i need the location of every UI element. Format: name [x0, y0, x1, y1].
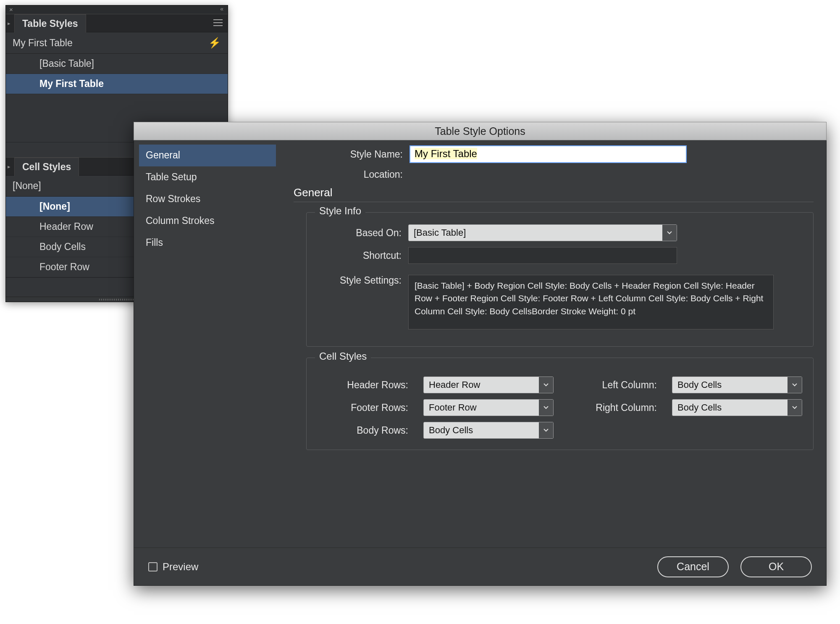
cell-styles-legend: Cell Styles: [315, 350, 371, 362]
body-rows-label: Body Rows:: [318, 425, 411, 436]
cancel-button[interactable]: Cancel: [657, 556, 729, 577]
footer-rows-label: Footer Rows:: [318, 402, 411, 413]
current-cell-style-label: [None]: [13, 180, 41, 192]
style-info-legend: Style Info: [315, 205, 365, 217]
list-item[interactable]: [Basic Table]: [6, 54, 228, 74]
chevron-down-icon: [539, 377, 553, 393]
list-item[interactable]: My First Table: [6, 74, 228, 94]
dialog-sidenav: General Table Setup Row Strokes Column S…: [134, 140, 281, 585]
dialog-footer: Preview Cancel OK: [134, 548, 826, 585]
dialog-body: General Table Setup Row Strokes Column S…: [134, 140, 827, 586]
collapse-icon[interactable]: «: [220, 5, 224, 12]
preview-checkbox[interactable]: Preview: [148, 561, 198, 573]
sidenav-table-setup[interactable]: Table Setup: [139, 166, 276, 188]
shortcut-label: Shortcut:: [318, 250, 402, 261]
header-rows-label: Header Rows:: [318, 379, 411, 391]
current-table-style-label: My First Table: [13, 37, 73, 49]
based-on-select[interactable]: [Basic Table]: [408, 224, 677, 241]
sidenav-column-strokes[interactable]: Column Strokes: [139, 210, 276, 232]
location-label: Location:: [294, 169, 403, 180]
left-column-select[interactable]: Body Cells: [672, 377, 802, 393]
section-heading: General: [294, 186, 814, 199]
right-column-select[interactable]: Body Cells: [672, 399, 802, 416]
tab-cell-styles[interactable]: Cell Styles: [14, 158, 79, 176]
cell-styles-fieldset: Cell Styles Header Rows: Header Row Left…: [306, 358, 814, 450]
preview-label: Preview: [163, 561, 198, 573]
quick-apply-icon[interactable]: ⚡: [208, 37, 221, 49]
grip-icon[interactable]: ▸: [8, 163, 10, 170]
style-settings-readout: [Basic Table] + Body Region Cell Style: …: [408, 275, 774, 329]
table-style-options-dialog: Table Style Options General Table Setup …: [134, 122, 827, 586]
style-name-label: Style Name:: [294, 149, 403, 160]
tab-table-styles[interactable]: Table Styles: [14, 14, 86, 33]
chevron-down-icon: [662, 225, 677, 241]
shortcut-input[interactable]: [408, 247, 677, 264]
chevron-down-icon: [539, 400, 553, 416]
panel-topbar: × «: [6, 5, 228, 14]
close-icon[interactable]: ×: [9, 6, 13, 13]
sidenav-row-strokes[interactable]: Row Strokes: [139, 188, 276, 210]
style-name-input[interactable]: My First Table: [410, 145, 687, 163]
style-info-fieldset: Style Info Based On: [Basic Table] Short…: [306, 212, 814, 347]
right-column-label: Right Column:: [566, 402, 659, 413]
header-rows-select[interactable]: Header Row: [423, 377, 554, 393]
table-styles-tabstrip: ▸ Table Styles: [6, 14, 228, 32]
based-on-label: Based On:: [318, 227, 402, 239]
dialog-main: Style Name: My First Table Location: Gen…: [281, 140, 826, 585]
divider: [294, 202, 814, 202]
footer-rows-select[interactable]: Footer Row: [423, 399, 554, 416]
left-column-label: Left Column:: [566, 379, 659, 391]
body-rows-select[interactable]: Body Cells: [423, 422, 554, 439]
table-styles-current: My First Table ⚡: [6, 32, 228, 54]
grip-icon[interactable]: ▸: [8, 20, 10, 26]
ok-button[interactable]: OK: [740, 556, 812, 577]
dialog-title: Table Style Options: [435, 125, 525, 137]
chevron-down-icon: [539, 422, 553, 438]
chevron-down-icon: [788, 400, 802, 416]
dialog-titlebar[interactable]: Table Style Options: [134, 122, 827, 140]
chevron-down-icon: [788, 377, 802, 393]
style-settings-label: Style Settings:: [318, 275, 402, 286]
sidenav-fills[interactable]: Fills: [139, 232, 276, 254]
sidenav-general[interactable]: General: [139, 145, 276, 166]
panel-menu-icon[interactable]: [213, 19, 223, 26]
